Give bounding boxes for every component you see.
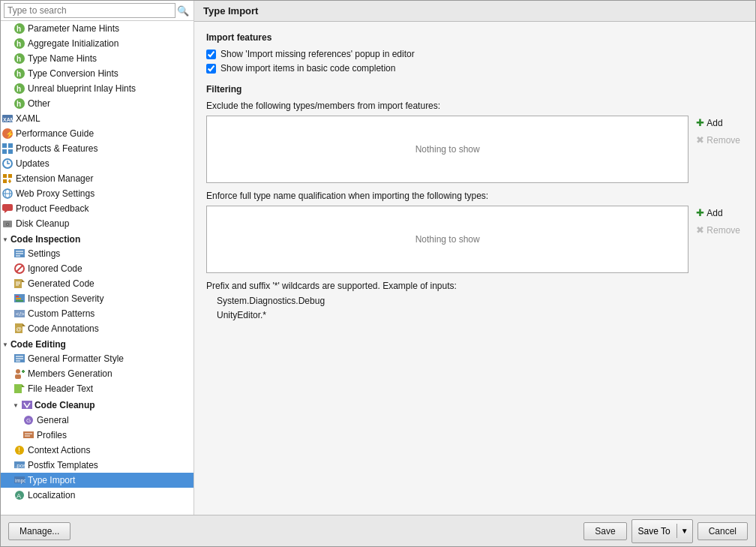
filtering-section: Filtering Exclude the following types/me… bbox=[206, 84, 743, 323]
cleanup-label: Code Cleanup bbox=[34, 400, 95, 410]
type-import-icon: import bbox=[13, 474, 26, 486]
tree-item-label: File Header Text bbox=[28, 383, 93, 394]
search-input[interactable] bbox=[4, 3, 176, 18]
svg-line-37 bbox=[16, 266, 22, 272]
svg-text:</>: </> bbox=[16, 311, 25, 317]
list-actions-1: ✚ Add ✖ Remove bbox=[693, 116, 743, 183]
search-button[interactable]: 🔍 bbox=[176, 5, 190, 17]
tree-item-label: Aggregate Initialization bbox=[28, 38, 118, 49]
section-code-inspection[interactable]: ▼ Code Inspection bbox=[1, 231, 194, 246]
tree-item-other[interactable]: h Other bbox=[1, 96, 194, 111]
tree-item-web-proxy[interactable]: Web Proxy Settings bbox=[1, 186, 194, 201]
tree-item-ignored-code[interactable]: Ignored Code bbox=[1, 261, 194, 276]
tree-item-type-name-hints[interactable]: h Type Name Hints bbox=[1, 51, 194, 66]
profiles-icon bbox=[22, 429, 35, 441]
formatter-icon bbox=[13, 353, 26, 365]
tree-item-ext-manager[interactable]: Extension Manager bbox=[1, 171, 194, 186]
dialog-content: 🔍 h Parameter Name Hints h Aggregate Ini… bbox=[1, 1, 755, 515]
svg-rect-17 bbox=[8, 143, 13, 148]
svg-rect-65 bbox=[23, 431, 34, 438]
tree-item-postfix[interactable]: .postfix Postfix Templates bbox=[1, 458, 194, 473]
tree-item-code-cleanup[interactable]: ▼ Code Cleanup bbox=[1, 396, 194, 413]
tree-item-param-name-hints[interactable]: h Parameter Name Hints bbox=[1, 21, 194, 36]
tree-item-label: Other bbox=[28, 98, 50, 109]
right-header: Type Import bbox=[194, 1, 755, 22]
list-container-2: Nothing to show ✚ Add ✖ Remove bbox=[206, 206, 743, 273]
tree-item-label: Postfix Templates bbox=[28, 460, 98, 470]
tree-item-type-conv[interactable]: h Type Conversion Hints bbox=[1, 66, 194, 81]
tree-item-products[interactable]: Products & Features bbox=[1, 141, 194, 156]
xaml-icon: XAM bbox=[1, 113, 14, 125]
tree-item-formatter[interactable]: General Formatter Style bbox=[1, 351, 194, 366]
tree-item-settings[interactable]: Settings bbox=[1, 246, 194, 261]
context-icon: ! bbox=[13, 444, 26, 456]
annotations-icon: @ bbox=[13, 323, 26, 335]
remove-enforce-button[interactable]: ✖ Remove bbox=[693, 223, 743, 237]
save-to-dropdown-arrow[interactable]: ▼ bbox=[676, 524, 692, 538]
section-code-editing[interactable]: ▼ Code Editing bbox=[1, 336, 194, 351]
manage-button[interactable]: Manage... bbox=[8, 522, 70, 540]
svg-point-31 bbox=[7, 224, 8, 225]
patterns-icon: </> bbox=[13, 308, 26, 320]
tree-item-disk-cleanup[interactable]: Disk Cleanup bbox=[1, 216, 194, 231]
tree-item-updates[interactable]: Updates bbox=[1, 156, 194, 171]
perf-icon: ⚡ bbox=[1, 128, 14, 140]
right-panel: Type Import Import features Show 'Import… bbox=[194, 1, 755, 515]
tree-item-perf-guide[interactable]: ⚡ Performance Guide bbox=[1, 126, 194, 141]
tree-item-localization[interactable]: A Localization bbox=[1, 488, 194, 503]
filter-label-1: Exclude the following types/members from… bbox=[206, 101, 743, 111]
add-exclude-button[interactable]: ✚ Add bbox=[693, 116, 743, 130]
bottom-bar-left: Manage... bbox=[8, 522, 584, 540]
tree-item-annotations[interactable]: @ Code Annotations bbox=[1, 321, 194, 336]
tree-item-label: Generated Code bbox=[28, 278, 94, 289]
section-label: Code Editing bbox=[10, 339, 66, 350]
svg-text:@: @ bbox=[16, 326, 22, 332]
ext-manager-icon bbox=[1, 173, 14, 185]
tree-item-members[interactable]: Members Generation bbox=[1, 366, 194, 381]
collapse-arrow: ▼ bbox=[2, 341, 8, 348]
tree-item-context-actions[interactable]: ! Context Actions bbox=[1, 443, 194, 458]
checkbox-completion[interactable] bbox=[206, 64, 216, 74]
svg-text:!: ! bbox=[18, 446, 20, 455]
svg-text:A: A bbox=[16, 492, 21, 500]
svg-text:h: h bbox=[16, 25, 21, 33]
tree-item-file-header[interactable]: File Header Text bbox=[1, 381, 194, 396]
tree-item-general-cleanup[interactable]: G General bbox=[1, 413, 194, 428]
list-actions-2: ✚ Add ✖ Remove bbox=[693, 206, 743, 273]
tree-container: h Parameter Name Hints h Aggregate Initi… bbox=[1, 21, 194, 515]
remove-label-2: Remove bbox=[706, 225, 740, 236]
checkbox-label-2: Show import items in basic code completi… bbox=[220, 63, 395, 74]
tree-item-severity[interactable]: Inspection Severity bbox=[1, 291, 194, 306]
enforce-list: Nothing to show bbox=[206, 206, 688, 273]
cancel-button[interactable]: Cancel bbox=[698, 522, 748, 540]
tree-item-aggregate[interactable]: h Aggregate Initialization bbox=[1, 36, 194, 51]
svg-text:h: h bbox=[16, 55, 21, 63]
exclude-empty-text: Nothing to show bbox=[416, 144, 480, 155]
remove-label: Remove bbox=[706, 135, 740, 146]
checkbox-label-1: Show 'Import missing references' popup i… bbox=[220, 49, 415, 59]
aggregate-icon: h bbox=[13, 38, 26, 50]
tree-item-label: Profiles bbox=[37, 430, 67, 440]
svg-rect-18 bbox=[2, 149, 7, 154]
tree-item-profiles[interactable]: Profiles bbox=[1, 428, 194, 443]
save-to-main[interactable]: Save To bbox=[632, 523, 676, 539]
svg-text:⚡: ⚡ bbox=[5, 129, 14, 139]
tree-item-label: Members Generation bbox=[28, 368, 112, 379]
checkbox-popup[interactable] bbox=[206, 50, 216, 59]
tree-item-unreal[interactable]: h Unreal blueprint Inlay Hints bbox=[1, 81, 194, 96]
remove-exclude-button[interactable]: ✖ Remove bbox=[693, 133, 743, 147]
tree-item-feedback[interactable]: Product Feedback bbox=[1, 201, 194, 216]
add-enforce-button[interactable]: ✚ Add bbox=[693, 206, 743, 220]
save-button[interactable]: Save bbox=[584, 522, 626, 540]
tree-item-label: Localization bbox=[28, 490, 75, 500]
tree-item-type-import[interactable]: import Type Import bbox=[1, 473, 194, 488]
tree-item-custom-patterns[interactable]: </> Custom Patterns bbox=[1, 306, 194, 321]
svg-text:h: h bbox=[16, 85, 21, 93]
tree-item-xaml[interactable]: XAM XAML bbox=[1, 111, 194, 126]
tree-item-generated-code[interactable]: Generated Code bbox=[1, 276, 194, 291]
exclude-list: Nothing to show bbox=[206, 116, 688, 183]
add-icon-2: ✚ bbox=[696, 207, 704, 218]
severity-icon bbox=[13, 293, 26, 305]
tree-item-label: Product Feedback bbox=[16, 203, 88, 214]
svg-rect-23 bbox=[3, 179, 7, 183]
